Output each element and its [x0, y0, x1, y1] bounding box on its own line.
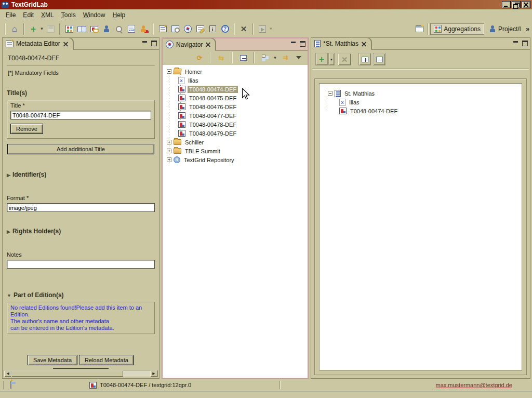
view-menu-button[interactable] [293, 52, 304, 63]
tab-close-icon[interactable] [361, 41, 367, 47]
delete-object-button[interactable]: ✕ [237, 23, 250, 35]
scroll-left-icon[interactable] [4, 370, 11, 377]
image-file-icon [178, 103, 185, 110]
panel-minimize-icon[interactable] [513, 41, 518, 47]
panel-maximize-icon[interactable] [522, 41, 528, 46]
horizontal-scrollbar[interactable] [4, 370, 158, 377]
refresh-button[interactable]: ⟳ [194, 52, 205, 63]
tree-item[interactable]: TBLE Summit [163, 147, 308, 155]
navigator-compass-icon [184, 25, 192, 33]
image-file-icon [178, 95, 185, 101]
menu-xml[interactable]: XML [37, 10, 58, 20]
workflow-button[interactable] [256, 23, 269, 35]
collapse-expander-icon[interactable] [167, 69, 171, 74]
tree-item[interactable]: Ilias [324, 98, 522, 107]
remove-object-button[interactable]: ✕ [338, 53, 351, 65]
tab-navigator[interactable]: Navigator [163, 38, 216, 51]
expand-expander-icon[interactable] [167, 157, 171, 162]
metadata-editor-panel: Metadata Editor T0048-00474-DEF [*] Mand… [2, 37, 159, 379]
panel-maximize-icon[interactable] [151, 41, 157, 46]
xml-editor-button[interactable] [125, 23, 138, 35]
tree-item[interactable]: T0048-00476-DEF [163, 102, 308, 111]
collapse-all-button[interactable] [237, 52, 249, 63]
tree-item[interactable]: T0048-00478-DEF [163, 120, 308, 129]
search-button[interactable] [113, 23, 125, 35]
user-account-link[interactable]: max.mustermann@textgrid.de [435, 382, 512, 388]
transfer-button[interactable]: ⇆ [216, 52, 227, 63]
reload-metadata-button[interactable]: Reload Metadata [79, 355, 134, 365]
workflow-dropdown[interactable]: ▼ [269, 23, 273, 35]
project-browser-button[interactable] [100, 23, 113, 35]
collapse-expander-icon[interactable] [328, 91, 332, 96]
save-button[interactable] [44, 23, 57, 35]
title-field[interactable] [10, 111, 151, 120]
new-object-dropdown[interactable]: ▼ [39, 23, 44, 35]
aggregations-view-button[interactable] [63, 23, 75, 35]
add-object-dropdown[interactable]: ▼ [328, 53, 335, 65]
dictionary-button[interactable] [75, 23, 88, 35]
expand-expander-icon[interactable] [167, 149, 171, 153]
fast-view-button[interactable] [10, 382, 11, 388]
perspective-overflow-chevron[interactable]: » [525, 25, 531, 33]
menu-help[interactable]: Help [109, 10, 129, 20]
tree-item[interactable]: St. Matthias [324, 89, 522, 98]
notes-field[interactable] [7, 260, 155, 269]
tree-item[interactable]: T0048-00474-DEF [324, 107, 522, 115]
editions-section-heading[interactable]: ▼Part of Edition(s) [7, 291, 155, 299]
save-metadata-button[interactable]: Save Metadata [28, 355, 77, 365]
remove-title-button[interactable]: Remove [10, 124, 43, 134]
close-button[interactable] [522, 1, 530, 8]
search-results-button[interactable] [169, 23, 181, 35]
copy-tei-header-button[interactable]: Copy TEI Header [53, 368, 109, 369]
scrollbar-thumb[interactable] [11, 370, 123, 377]
new-object-button[interactable]: + [27, 23, 39, 35]
add-title-button[interactable]: Add additional Title [7, 144, 154, 154]
metadata-editor-button[interactable] [156, 23, 169, 35]
panel-minimize-icon[interactable] [142, 41, 148, 47]
menu-edit[interactable]: Edit [19, 10, 37, 20]
menu-tools[interactable]: Tools [58, 10, 79, 20]
help-button[interactable] [219, 23, 231, 35]
expand-expander-icon[interactable] [167, 140, 171, 144]
text-editor-button[interactable] [194, 23, 206, 35]
add-object-button[interactable]: + [315, 53, 328, 65]
perspective-aggregations[interactable]: Aggregations [430, 23, 484, 35]
navigator-button[interactable] [181, 23, 194, 35]
tree-item[interactable]: T0048-00477-DEF [163, 111, 308, 120]
image-link-button[interactable] [88, 23, 100, 35]
tree-item[interactable]: TextGrid Repository [163, 155, 308, 164]
minimize-button[interactable] [502, 1, 511, 8]
sync-selection-button[interactable]: ⇉ [280, 52, 291, 63]
save-icon [47, 25, 55, 33]
restore-button[interactable] [512, 1, 521, 8]
link-with-editor-button[interactable] [259, 52, 271, 63]
tree-item[interactable]: Schiller [163, 138, 308, 147]
panel-minimize-icon[interactable] [291, 41, 296, 47]
tab-close-icon[interactable] [205, 42, 211, 47]
tab-close-icon[interactable] [63, 41, 69, 47]
title-groupbox: Title * Remove [7, 100, 155, 139]
format-field[interactable] [7, 203, 155, 212]
tab-st-matthias[interactable]: *St. Matthias [311, 38, 371, 50]
menu-window[interactable]: Window [79, 10, 109, 20]
tree-item[interactable]: Homer [163, 67, 308, 76]
object-info-button[interactable] [206, 23, 219, 35]
title-bar: TextGridLab [0, 0, 532, 9]
tree-item[interactable]: T0048-00475-DEF [163, 94, 308, 102]
tab-metadata-editor[interactable]: Metadata Editor [3, 38, 73, 50]
panel-maximize-icon[interactable] [300, 41, 305, 47]
tree-item-selected[interactable]: T0048-00474-DEF [163, 85, 308, 94]
tree-item[interactable]: Ilias [163, 76, 308, 85]
tree-item[interactable]: T0048-00479-DEF [163, 129, 308, 138]
link-dropdown[interactable]: ▼ [273, 51, 277, 64]
menu-file[interactable]: File [2, 10, 19, 20]
rights-section-heading[interactable]: ▶Rights Holder(s) [7, 228, 155, 235]
user-administration-button[interactable] [138, 23, 150, 35]
perspective-project[interactable]: Project/l [486, 24, 524, 34]
open-perspective-button[interactable] [413, 23, 426, 35]
identifiers-section-heading[interactable]: ▶Identifier(s) [7, 171, 155, 178]
scroll-right-icon[interactable] [150, 370, 157, 377]
expand-all-button[interactable] [358, 53, 371, 65]
home-button[interactable]: ⌂ [8, 23, 21, 35]
collapse-all-button[interactable] [373, 53, 385, 65]
